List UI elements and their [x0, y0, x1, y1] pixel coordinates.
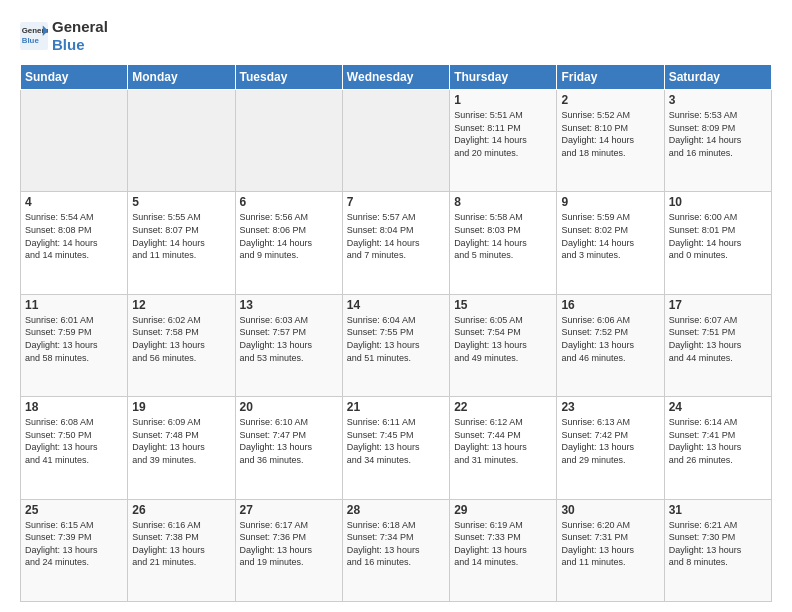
- day-number: 20: [240, 400, 338, 414]
- weekday-header: Friday: [557, 65, 664, 90]
- calendar-cell: 21Sunrise: 6:11 AM Sunset: 7:45 PM Dayli…: [342, 397, 449, 499]
- day-number: 13: [240, 298, 338, 312]
- calendar-cell: 3Sunrise: 5:53 AM Sunset: 8:09 PM Daylig…: [664, 90, 771, 192]
- day-info: Sunrise: 6:18 AM Sunset: 7:34 PM Dayligh…: [347, 519, 445, 569]
- calendar-cell: 2Sunrise: 5:52 AM Sunset: 8:10 PM Daylig…: [557, 90, 664, 192]
- calendar-cell: 12Sunrise: 6:02 AM Sunset: 7:58 PM Dayli…: [128, 294, 235, 396]
- day-number: 12: [132, 298, 230, 312]
- day-number: 9: [561, 195, 659, 209]
- weekday-header: Sunday: [21, 65, 128, 90]
- calendar-cell: 20Sunrise: 6:10 AM Sunset: 7:47 PM Dayli…: [235, 397, 342, 499]
- day-info: Sunrise: 6:00 AM Sunset: 8:01 PM Dayligh…: [669, 211, 767, 261]
- calendar-cell: 5Sunrise: 5:55 AM Sunset: 8:07 PM Daylig…: [128, 192, 235, 294]
- day-info: Sunrise: 6:21 AM Sunset: 7:30 PM Dayligh…: [669, 519, 767, 569]
- header: General Blue General Blue: [20, 18, 772, 54]
- calendar-cell: 24Sunrise: 6:14 AM Sunset: 7:41 PM Dayli…: [664, 397, 771, 499]
- calendar-cell: 27Sunrise: 6:17 AM Sunset: 7:36 PM Dayli…: [235, 499, 342, 601]
- calendar-cell: 9Sunrise: 5:59 AM Sunset: 8:02 PM Daylig…: [557, 192, 664, 294]
- calendar-cell: 15Sunrise: 6:05 AM Sunset: 7:54 PM Dayli…: [450, 294, 557, 396]
- calendar-cell: 29Sunrise: 6:19 AM Sunset: 7:33 PM Dayli…: [450, 499, 557, 601]
- calendar-week-row: 25Sunrise: 6:15 AM Sunset: 7:39 PM Dayli…: [21, 499, 772, 601]
- calendar-week-row: 4Sunrise: 5:54 AM Sunset: 8:08 PM Daylig…: [21, 192, 772, 294]
- day-info: Sunrise: 5:52 AM Sunset: 8:10 PM Dayligh…: [561, 109, 659, 159]
- calendar-cell: 19Sunrise: 6:09 AM Sunset: 7:48 PM Dayli…: [128, 397, 235, 499]
- calendar-cell: 31Sunrise: 6:21 AM Sunset: 7:30 PM Dayli…: [664, 499, 771, 601]
- day-number: 30: [561, 503, 659, 517]
- calendar-cell: 14Sunrise: 6:04 AM Sunset: 7:55 PM Dayli…: [342, 294, 449, 396]
- calendar-cell: 25Sunrise: 6:15 AM Sunset: 7:39 PM Dayli…: [21, 499, 128, 601]
- day-info: Sunrise: 5:56 AM Sunset: 8:06 PM Dayligh…: [240, 211, 338, 261]
- day-info: Sunrise: 6:06 AM Sunset: 7:52 PM Dayligh…: [561, 314, 659, 364]
- day-number: 14: [347, 298, 445, 312]
- day-number: 5: [132, 195, 230, 209]
- weekday-header: Monday: [128, 65, 235, 90]
- weekday-row: SundayMondayTuesdayWednesdayThursdayFrid…: [21, 65, 772, 90]
- day-number: 31: [669, 503, 767, 517]
- day-info: Sunrise: 6:12 AM Sunset: 7:44 PM Dayligh…: [454, 416, 552, 466]
- day-info: Sunrise: 6:10 AM Sunset: 7:47 PM Dayligh…: [240, 416, 338, 466]
- day-info: Sunrise: 6:14 AM Sunset: 7:41 PM Dayligh…: [669, 416, 767, 466]
- calendar-cell: 28Sunrise: 6:18 AM Sunset: 7:34 PM Dayli…: [342, 499, 449, 601]
- logo: General Blue General Blue: [20, 18, 108, 54]
- calendar-week-row: 18Sunrise: 6:08 AM Sunset: 7:50 PM Dayli…: [21, 397, 772, 499]
- calendar-cell: 4Sunrise: 5:54 AM Sunset: 8:08 PM Daylig…: [21, 192, 128, 294]
- day-info: Sunrise: 6:20 AM Sunset: 7:31 PM Dayligh…: [561, 519, 659, 569]
- day-info: Sunrise: 6:11 AM Sunset: 7:45 PM Dayligh…: [347, 416, 445, 466]
- calendar-cell: 18Sunrise: 6:08 AM Sunset: 7:50 PM Dayli…: [21, 397, 128, 499]
- calendar-cell: 16Sunrise: 6:06 AM Sunset: 7:52 PM Dayli…: [557, 294, 664, 396]
- day-info: Sunrise: 6:05 AM Sunset: 7:54 PM Dayligh…: [454, 314, 552, 364]
- day-number: 29: [454, 503, 552, 517]
- day-number: 18: [25, 400, 123, 414]
- logo-text: General Blue: [52, 18, 108, 54]
- day-number: 22: [454, 400, 552, 414]
- day-number: 17: [669, 298, 767, 312]
- day-number: 26: [132, 503, 230, 517]
- day-info: Sunrise: 6:13 AM Sunset: 7:42 PM Dayligh…: [561, 416, 659, 466]
- day-info: Sunrise: 5:53 AM Sunset: 8:09 PM Dayligh…: [669, 109, 767, 159]
- day-info: Sunrise: 5:57 AM Sunset: 8:04 PM Dayligh…: [347, 211, 445, 261]
- day-info: Sunrise: 6:16 AM Sunset: 7:38 PM Dayligh…: [132, 519, 230, 569]
- day-info: Sunrise: 6:01 AM Sunset: 7:59 PM Dayligh…: [25, 314, 123, 364]
- day-info: Sunrise: 6:03 AM Sunset: 7:57 PM Dayligh…: [240, 314, 338, 364]
- calendar-cell: 7Sunrise: 5:57 AM Sunset: 8:04 PM Daylig…: [342, 192, 449, 294]
- day-info: Sunrise: 6:02 AM Sunset: 7:58 PM Dayligh…: [132, 314, 230, 364]
- day-info: Sunrise: 6:08 AM Sunset: 7:50 PM Dayligh…: [25, 416, 123, 466]
- day-info: Sunrise: 5:58 AM Sunset: 8:03 PM Dayligh…: [454, 211, 552, 261]
- day-number: 15: [454, 298, 552, 312]
- day-number: 4: [25, 195, 123, 209]
- day-number: 7: [347, 195, 445, 209]
- day-info: Sunrise: 6:04 AM Sunset: 7:55 PM Dayligh…: [347, 314, 445, 364]
- day-info: Sunrise: 5:59 AM Sunset: 8:02 PM Dayligh…: [561, 211, 659, 261]
- calendar-cell: 30Sunrise: 6:20 AM Sunset: 7:31 PM Dayli…: [557, 499, 664, 601]
- calendar-cell: 10Sunrise: 6:00 AM Sunset: 8:01 PM Dayli…: [664, 192, 771, 294]
- day-info: Sunrise: 6:09 AM Sunset: 7:48 PM Dayligh…: [132, 416, 230, 466]
- day-number: 23: [561, 400, 659, 414]
- calendar-cell: 13Sunrise: 6:03 AM Sunset: 7:57 PM Dayli…: [235, 294, 342, 396]
- day-number: 16: [561, 298, 659, 312]
- calendar-cell: 23Sunrise: 6:13 AM Sunset: 7:42 PM Dayli…: [557, 397, 664, 499]
- calendar-cell: 6Sunrise: 5:56 AM Sunset: 8:06 PM Daylig…: [235, 192, 342, 294]
- day-number: 24: [669, 400, 767, 414]
- day-number: 6: [240, 195, 338, 209]
- calendar-header: SundayMondayTuesdayWednesdayThursdayFrid…: [21, 65, 772, 90]
- calendar-cell: [128, 90, 235, 192]
- calendar-cell: [235, 90, 342, 192]
- day-info: Sunrise: 6:19 AM Sunset: 7:33 PM Dayligh…: [454, 519, 552, 569]
- day-number: 1: [454, 93, 552, 107]
- day-number: 8: [454, 195, 552, 209]
- calendar-cell: 8Sunrise: 5:58 AM Sunset: 8:03 PM Daylig…: [450, 192, 557, 294]
- logo-icon: General Blue: [20, 22, 48, 50]
- weekday-header: Tuesday: [235, 65, 342, 90]
- day-number: 21: [347, 400, 445, 414]
- calendar-cell: [342, 90, 449, 192]
- day-info: Sunrise: 5:51 AM Sunset: 8:11 PM Dayligh…: [454, 109, 552, 159]
- calendar-week-row: 1Sunrise: 5:51 AM Sunset: 8:11 PM Daylig…: [21, 90, 772, 192]
- calendar-week-row: 11Sunrise: 6:01 AM Sunset: 7:59 PM Dayli…: [21, 294, 772, 396]
- calendar-cell: 26Sunrise: 6:16 AM Sunset: 7:38 PM Dayli…: [128, 499, 235, 601]
- svg-text:Blue: Blue: [22, 36, 40, 45]
- calendar-cell: 1Sunrise: 5:51 AM Sunset: 8:11 PM Daylig…: [450, 90, 557, 192]
- calendar: SundayMondayTuesdayWednesdayThursdayFrid…: [20, 64, 772, 602]
- day-info: Sunrise: 5:54 AM Sunset: 8:08 PM Dayligh…: [25, 211, 123, 261]
- day-info: Sunrise: 6:17 AM Sunset: 7:36 PM Dayligh…: [240, 519, 338, 569]
- day-info: Sunrise: 6:07 AM Sunset: 7:51 PM Dayligh…: [669, 314, 767, 364]
